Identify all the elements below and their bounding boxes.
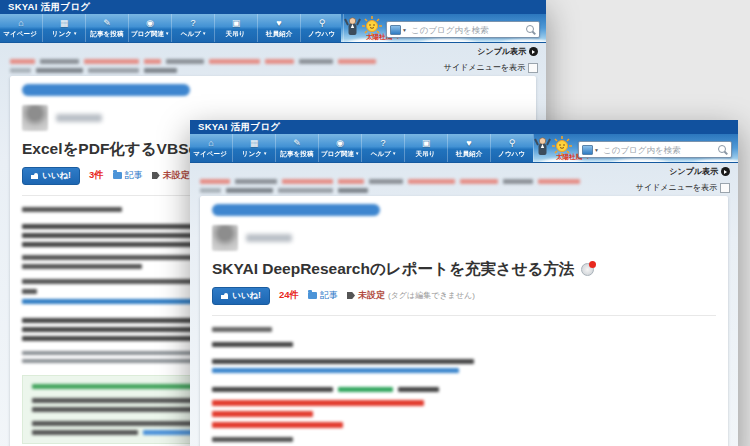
nav-item[interactable]: ⌂ マイページ bbox=[0, 14, 43, 42]
nav-item[interactable]: ◉ ブログ関連▼ bbox=[319, 134, 362, 162]
search-icon: ⚲ bbox=[319, 19, 326, 29]
side-menu-checkbox[interactable] bbox=[528, 63, 538, 73]
nav-item[interactable]: ? ヘルプ▼ bbox=[362, 134, 405, 162]
like-button[interactable]: いいね! bbox=[22, 167, 80, 185]
side-menu-checkbox[interactable] bbox=[720, 183, 730, 193]
post-card: SKYAI DeepResearchのレポートを充実させる方法 いいね! 24件… bbox=[200, 196, 728, 446]
search-scope-caret-icon[interactable]: ▼ bbox=[594, 147, 599, 153]
search-icon: ⚲ bbox=[509, 139, 516, 149]
search-magnifier-icon[interactable] bbox=[718, 145, 726, 153]
grid-icon: ▦ bbox=[250, 139, 259, 149]
monitor-icon: ▣ bbox=[422, 139, 431, 149]
nav-item[interactable]: ◉ ブログ関連▼ bbox=[129, 14, 172, 42]
search-scope-caret-icon[interactable]: ▼ bbox=[402, 27, 407, 33]
desktop-background: SKYAI 活用ブログ ⌂ マイページ ▦ リンク▼ ✎ 記事を投稿 ◉ bbox=[0, 0, 750, 446]
nav-item[interactable]: ▦ リンク▼ bbox=[233, 134, 276, 162]
category-link[interactable]: 記事 bbox=[308, 289, 338, 302]
redacted-text-line bbox=[212, 422, 716, 428]
tag-label[interactable]: 未設定 (タグは編集できません) bbox=[347, 289, 475, 302]
redacted-text-line bbox=[212, 387, 716, 392]
side-menu-label: サイドメニューを表示 bbox=[444, 62, 525, 73]
home-icon: ⌂ bbox=[18, 19, 23, 29]
nav-item[interactable]: ✎ 記事を投稿 bbox=[86, 14, 129, 42]
breadcrumb[interactable] bbox=[10, 59, 444, 73]
search-magnifier-icon[interactable] bbox=[526, 25, 534, 33]
author-avatar bbox=[212, 225, 238, 251]
redacted-action-button[interactable] bbox=[212, 204, 380, 216]
author-avatar bbox=[22, 105, 48, 131]
pencil-icon: ✎ bbox=[103, 19, 111, 29]
nav-item[interactable]: ⌂ マイページ bbox=[190, 134, 233, 162]
title-notification-badge-icon[interactable] bbox=[581, 263, 594, 276]
simple-view-label: シンプル表示 bbox=[669, 166, 718, 177]
redacted-text-line bbox=[212, 400, 716, 406]
search-input[interactable] bbox=[601, 145, 718, 155]
page-title: SKYAI 活用ブログ bbox=[190, 120, 738, 134]
employee-mascot-icon bbox=[344, 15, 361, 39]
search-box: ▼ bbox=[386, 21, 540, 38]
search-box: ▼ bbox=[578, 141, 732, 158]
main-nav: ⌂ マイページ ▦ リンク▼ ✎ 記事を投稿 ◉ ブログ関連▼ ? ヘルプ▼ bbox=[0, 14, 546, 43]
help-icon: ? bbox=[190, 19, 195, 29]
redacted-breadcrumb-line bbox=[200, 188, 626, 193]
search-input[interactable] bbox=[409, 25, 526, 35]
folder-icon bbox=[113, 172, 122, 179]
simple-view-label: シンプル表示 bbox=[477, 46, 526, 57]
redacted-text-line bbox=[212, 437, 716, 442]
nav-item[interactable]: ⚲ ノウハウ bbox=[491, 134, 534, 162]
category-link[interactable]: 記事 bbox=[113, 169, 143, 182]
folder-icon bbox=[308, 292, 317, 299]
grid-icon: ▦ bbox=[60, 19, 69, 29]
pin-icon: ◉ bbox=[146, 19, 154, 29]
redacted-text-line bbox=[212, 342, 716, 347]
page-title: SKYAI 活用ブログ bbox=[0, 0, 546, 14]
help-icon: ? bbox=[380, 139, 385, 149]
redacted-breadcrumb-line bbox=[10, 59, 434, 64]
like-count: 24件 bbox=[279, 289, 299, 302]
search-scope-icon[interactable] bbox=[390, 25, 401, 35]
nav-item[interactable]: ♥ 社員紹介 bbox=[448, 134, 491, 162]
redacted-author-name bbox=[246, 234, 292, 242]
nav-item[interactable]: ▦ リンク▼ bbox=[43, 14, 86, 42]
like-button[interactable]: いいね! bbox=[212, 287, 270, 305]
tag-note: (タグは編集できません) bbox=[388, 290, 475, 301]
search-scope-icon[interactable] bbox=[582, 145, 593, 155]
blog-window-front: SKYAI 活用ブログ ⌂ マイページ ▦ リンク▼ ✎ 記事を投稿 ◉ bbox=[190, 120, 738, 446]
nav-item[interactable]: ✎ 記事を投稿 bbox=[276, 134, 319, 162]
simple-view-toggle-icon[interactable] bbox=[721, 167, 730, 176]
redacted-breadcrumb-line bbox=[10, 68, 434, 73]
breadcrumb[interactable] bbox=[200, 179, 636, 193]
nav-item[interactable]: ? ヘルプ▼ bbox=[172, 14, 215, 42]
redacted-text-line bbox=[212, 368, 716, 373]
redacted-action-button[interactable] bbox=[22, 84, 190, 96]
redacted-text-line bbox=[212, 411, 716, 417]
nav-item[interactable]: ▣ 天吊り bbox=[405, 134, 448, 162]
simple-view-toggle-icon[interactable] bbox=[529, 47, 538, 56]
heart-icon: ♥ bbox=[276, 19, 281, 29]
tag-icon bbox=[152, 172, 160, 179]
post-title: SKYAI DeepResearchのレポートを充実させる方法 bbox=[212, 260, 716, 279]
redacted-text-line bbox=[212, 327, 716, 332]
monitor-icon: ▣ bbox=[232, 19, 241, 29]
redacted-breadcrumb-line bbox=[200, 179, 626, 184]
nav-item[interactable]: ▣ 天吊り bbox=[215, 14, 258, 42]
heart-icon: ♥ bbox=[466, 139, 471, 149]
home-icon: ⌂ bbox=[208, 139, 213, 149]
pencil-icon: ✎ bbox=[293, 139, 301, 149]
nav-item[interactable]: ⚲ ノウハウ bbox=[301, 14, 344, 42]
like-count: 3件 bbox=[89, 169, 104, 182]
side-menu-label: サイドメニューを表示 bbox=[636, 182, 717, 193]
tag-icon bbox=[347, 292, 355, 299]
employee-mascot-icon bbox=[534, 135, 551, 159]
nav-item[interactable]: ♥ 社員紹介 bbox=[258, 14, 301, 42]
post-body bbox=[212, 315, 716, 446]
main-nav: ⌂ マイページ ▦ リンク▼ ✎ 記事を投稿 ◉ ブログ関連▼ ? ヘルプ▼ bbox=[190, 134, 738, 163]
redacted-text-line bbox=[212, 359, 716, 364]
redacted-author-name bbox=[56, 114, 102, 122]
thumbs-up-icon bbox=[31, 172, 38, 179]
thumbs-up-icon bbox=[221, 292, 228, 299]
pin-icon: ◉ bbox=[336, 139, 344, 149]
